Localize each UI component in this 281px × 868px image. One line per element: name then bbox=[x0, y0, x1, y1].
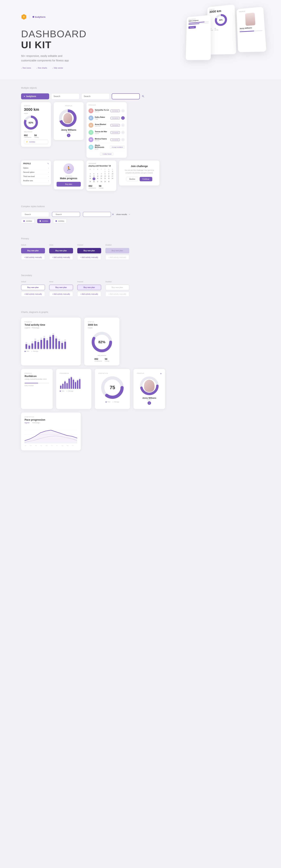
charts-row-1: FINANCE Total activity time Legend ○ Tim… bbox=[21, 318, 260, 365]
btn-primary-default[interactable]: Buy new plan bbox=[21, 248, 45, 253]
friend-avatar-3: A bbox=[89, 123, 94, 128]
calendar-month: playing until November '19 bbox=[89, 165, 114, 167]
friend-status-1: Connected bbox=[110, 110, 120, 112]
friend-row-6: Al Alexis McDonnels Boxer Accept invitat… bbox=[89, 143, 125, 151]
primary-hover-group: Hover Buy new plan + Add activity manual… bbox=[49, 244, 73, 260]
activity-time-chart-card: FINANCE Total activity time Legend ○ Tim… bbox=[21, 318, 81, 365]
list-item-1[interactable]: Option › bbox=[23, 166, 49, 170]
primary-default-group: Default Buy new plan + Add activity manu… bbox=[21, 244, 45, 260]
profile-chart-share-icon[interactable]: ⊕ bbox=[160, 373, 162, 375]
search-variants: 0 show results bbox=[21, 212, 260, 217]
friend-action-2[interactable]: + bbox=[121, 116, 125, 120]
profile-chart-header: PROFILE ⊕ bbox=[137, 372, 162, 375]
activities-button[interactable]: ⚡ Activities bbox=[24, 140, 48, 144]
calendar-today[interactable]: 19 bbox=[93, 178, 95, 180]
feature-charts: free charts bbox=[36, 67, 47, 69]
logo-circle-icon bbox=[33, 16, 34, 18]
search-complex-1[interactable] bbox=[21, 212, 49, 217]
btn-add-pressed[interactable]: + Add activity manually bbox=[77, 255, 101, 260]
nav-bar[interactable]: bodyform bbox=[21, 93, 49, 99]
section-title-complex: Complex styles buttons bbox=[21, 205, 260, 208]
search-input-3[interactable] bbox=[114, 95, 141, 98]
friend-status-5: Connected bbox=[110, 138, 120, 141]
pace-line-chart-svg: Jan Feb Mar Apr May Jun Jul Aug Sep Oct bbox=[25, 426, 77, 447]
friend-action-3[interactable]: › bbox=[121, 123, 125, 127]
btn-sec-add-default[interactable]: + Add activity manually bbox=[21, 291, 45, 297]
nav-brand-text: bodyform bbox=[26, 95, 36, 98]
friend-info-6: Alexis McDonnels Boxer bbox=[95, 144, 109, 150]
make-progress-card: 🏃 LESSON Make progress Buy plan bbox=[54, 160, 83, 189]
buy-plan-button[interactable]: Buy plan bbox=[57, 182, 81, 187]
btn-primary-pressed[interactable]: Buy new plan bbox=[77, 248, 101, 253]
btn-primary-disabled: Buy new plan bbox=[105, 248, 129, 253]
pace-label: STATISTICS bbox=[25, 416, 77, 417]
friend-row-1: S Samantha Yu Lin Runner Connected › bbox=[89, 107, 125, 115]
btn-secondary-hover[interactable]: Buy new plan bbox=[49, 285, 73, 290]
btn-add-default[interactable]: + Add activity manually bbox=[21, 255, 45, 260]
decline-button[interactable]: Decline bbox=[126, 177, 138, 181]
activity-chart-title: Total activity time bbox=[25, 323, 77, 326]
list-item-2[interactable]: Second option › bbox=[23, 170, 49, 175]
bar-chart-2-svg bbox=[60, 375, 90, 389]
runfalcon-title: Runfalcon bbox=[25, 375, 49, 377]
speed-label: STATISTICS bbox=[98, 372, 127, 374]
multiple-objects-section: Multiple objects bodyform bbox=[0, 80, 281, 198]
friend-action-5[interactable]: › bbox=[121, 138, 125, 142]
search-input-complex-1[interactable] bbox=[25, 213, 49, 215]
pace-legend-item[interactable]: legend bbox=[25, 422, 29, 424]
list-item-3[interactable]: Third one level › bbox=[23, 175, 49, 179]
profile-list-card: PROFILE ✎ Option › Second option › Third… bbox=[21, 160, 51, 185]
progress-label: LESSON bbox=[57, 175, 81, 177]
dropdown-icon bbox=[128, 213, 131, 215]
activities-tag-3[interactable]: Activities bbox=[53, 219, 67, 223]
btn-add-hover[interactable]: + Add activity manually bbox=[49, 255, 73, 260]
friend-action-1[interactable]: › bbox=[121, 109, 125, 113]
continue-button[interactable]: Continue bbox=[140, 177, 152, 181]
search-bar-1[interactable] bbox=[51, 93, 79, 99]
btn-sec-add-pressed[interactable]: + Add activity manually bbox=[77, 291, 101, 297]
friend-action-4[interactable]: › bbox=[121, 131, 125, 134]
invite-button[interactable]: Accept invitation bbox=[110, 146, 125, 149]
profile-list-header: PROFILE ✎ bbox=[23, 163, 49, 164]
activities-tag-1[interactable]: Activities bbox=[21, 219, 34, 223]
profile-edit-icon[interactable]: ✎ bbox=[47, 163, 49, 164]
search-complex-2[interactable] bbox=[52, 212, 80, 217]
pace-legend: legend Timerange ↓ bbox=[25, 422, 77, 424]
svg-text:Mon: Mon bbox=[46, 348, 48, 349]
btn-secondary-default[interactable]: Buy new plan bbox=[21, 285, 45, 290]
btn-secondary-pressed[interactable]: Buy new plan bbox=[77, 285, 101, 290]
bar2-legend-ride: Ride bbox=[60, 390, 64, 392]
btn-sec-add-hover[interactable]: + Add activity manually bbox=[49, 291, 73, 297]
tag-dot-1 bbox=[23, 220, 25, 222]
search-bar-3[interactable] bbox=[112, 93, 140, 99]
stat-value: 3000 km bbox=[24, 107, 48, 112]
search-input-complex-3[interactable] bbox=[86, 213, 111, 215]
search-input-2[interactable] bbox=[84, 95, 110, 98]
friend-avatar-6: Al bbox=[89, 145, 94, 150]
search-input-1[interactable] bbox=[54, 95, 80, 98]
nav-dot-icon bbox=[24, 96, 25, 97]
friend-info-2: Kathy Baker Yoga bbox=[95, 116, 109, 120]
search-bar-2[interactable] bbox=[81, 93, 110, 99]
invite-friend-button[interactable]: + Invite friend bbox=[100, 152, 113, 156]
speed-legend-ride: Ride bbox=[106, 401, 110, 403]
svg-text:Oct: Oct bbox=[72, 445, 74, 446]
distance-donut-label: 82% bbox=[98, 340, 105, 344]
page-wrapper: ff bodyform DASHBOARD UI KIT 50+ respons… bbox=[0, 0, 281, 468]
search-input-complex-2[interactable] bbox=[56, 213, 80, 215]
legend-dot-ride bbox=[25, 351, 26, 352]
activities-tag-2[interactable]: Activities bbox=[37, 219, 50, 223]
distance-chart-label: STATUS bbox=[88, 321, 116, 323]
invite-friend-wrap: + Invite friend bbox=[89, 151, 125, 156]
friend-status-4: Connected bbox=[110, 131, 120, 134]
search-complex-3[interactable] bbox=[83, 212, 111, 217]
pace-chart-card: STATISTICS Pace progression legend Timer… bbox=[21, 412, 81, 451]
pace-timerange[interactable]: Timerange ↓ bbox=[32, 422, 41, 424]
profile-chart-label: PROFILE bbox=[137, 372, 144, 374]
calendar-label: CALENDAR bbox=[89, 163, 114, 164]
btn-primary-hover[interactable]: Buy new plan bbox=[49, 248, 73, 253]
list-item-4[interactable]: Another one › bbox=[23, 179, 49, 183]
logo-text: bodyform bbox=[35, 16, 45, 18]
feature-icons: free icons bbox=[21, 67, 31, 69]
section-title-primary: Primary bbox=[21, 237, 260, 240]
